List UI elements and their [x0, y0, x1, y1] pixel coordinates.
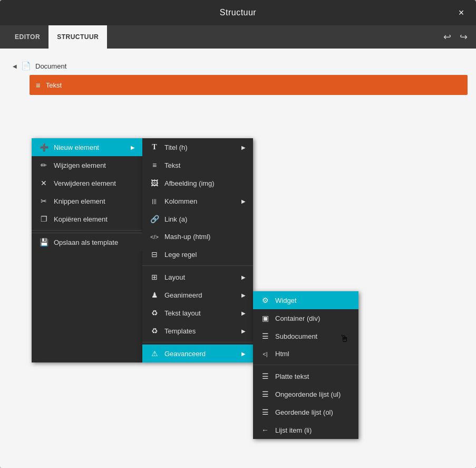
plus-icon: ➕ — [39, 143, 48, 151]
edit-element-label: Wijzigen element — [54, 161, 106, 169]
copy-element-label: Kopiëren element — [54, 215, 108, 223]
chevron-right-icon: ▶ — [241, 310, 246, 316]
link-icon: 🔗 — [150, 215, 159, 223]
toolbar-actions: ↩ ↪ — [441, 29, 470, 45]
ul-icon: ☰ — [260, 390, 270, 398]
ol-icon: ☰ — [260, 408, 270, 416]
menu-item-cut-element[interactable]: ✂ Knippen element — [32, 192, 142, 210]
menu-item-lijst-item[interactable]: ← Lijst item (li) — [253, 421, 358, 439]
animated-icon: ♟ — [150, 291, 159, 299]
main-content: ◀ 📄 Document ≡ Tekst ➕ Nieuw element ▶ — [0, 49, 476, 468]
cut-icon: ✂ — [39, 197, 48, 205]
afbeelding-label: Afbeelding (img) — [164, 179, 215, 187]
li-icon: ← — [260, 426, 270, 434]
menu-divider-3 — [142, 342, 253, 342]
menu-divider-4 — [253, 365, 358, 365]
window-title: Structuur — [220, 8, 256, 17]
chevron-right-icon: ▶ — [241, 274, 246, 280]
undo-button[interactable]: ↩ — [441, 29, 453, 45]
warning-icon: ⚠ — [150, 349, 159, 358]
container-icon: ▣ — [260, 314, 270, 322]
code-icon: </> — [150, 234, 159, 240]
menu-item-kolommen[interactable]: ⫼ Kolommen ▶ — [142, 192, 253, 210]
chevron-right-icon: ▶ — [241, 351, 246, 357]
tab-editor[interactable]: EDITOR — [6, 25, 48, 49]
menu-item-lege-regel[interactable]: ⊟ Lege regel — [142, 245, 253, 263]
context-menu-2: T Titel (h) ▶ ≡ Tekst 🖼 Afbeelding (img)… — [142, 138, 253, 362]
menu-item-titel[interactable]: T Titel (h) ▶ — [142, 138, 253, 156]
menu-divider — [32, 230, 142, 231]
geavanceerd-label: Geavanceerd — [164, 350, 206, 358]
html-icon: <| — [260, 351, 270, 357]
cut-element-label: Knippen element — [54, 197, 105, 205]
lijst-item-label: Lijst item (li) — [275, 426, 312, 434]
titel-label: Titel (h) — [164, 144, 188, 151]
menu-item-tekst-layout[interactable]: ♻ Tekst layout ▶ — [142, 304, 253, 322]
delete-icon: ✕ — [39, 179, 48, 187]
subdoc-icon: ☰ — [260, 332, 270, 340]
copy-icon: ❐ — [39, 215, 48, 223]
save-icon: 💾 — [39, 238, 48, 246]
menu-item-copy-element[interactable]: ❐ Kopiëren element — [32, 210, 142, 228]
menu-item-ongeordende-lijst[interactable]: ☰ Ongeordende lijst (ul) — [253, 385, 358, 403]
collapse-arrow[interactable]: ◀ — [13, 63, 17, 69]
templates-icon: ♻ — [150, 327, 159, 335]
tekst-layout-label: Tekst layout — [164, 309, 201, 317]
widget-label: Widget — [275, 297, 296, 304]
redo-button[interactable]: ↪ — [458, 29, 470, 45]
toolbar: EDITOR STRUCTUUR ↩ ↪ — [0, 25, 476, 49]
delete-element-label: Verwijderen element — [54, 179, 116, 187]
menu-item-mashup[interactable]: </> Mash-up (html) — [142, 228, 253, 245]
ongeordende-lijst-label: Ongeordende lijst (ul) — [275, 390, 341, 398]
menu-item-link[interactable]: 🔗 Link (a) — [142, 210, 253, 228]
chevron-right-icon: ▶ — [241, 145, 246, 150]
tab-structuur[interactable]: STRUCTUUR — [48, 25, 107, 49]
columns-icon: ⫼ — [150, 197, 159, 205]
blank-icon: ⊟ — [150, 250, 159, 259]
menu-item-layout[interactable]: ⊞ Layout ▶ — [142, 268, 253, 286]
chevron-right-icon: ▶ — [241, 328, 246, 334]
mashup-label: Mash-up (html) — [164, 233, 210, 241]
geanimeerd-label: Geanimeerd — [164, 291, 202, 299]
close-button[interactable]: × — [455, 6, 468, 19]
menu-item-edit-element[interactable]: ✏ Wijzigen element — [32, 156, 142, 174]
chevron-right-icon: ▶ — [241, 292, 246, 298]
menu-item-afbeelding[interactable]: 🖼 Afbeelding (img) — [142, 174, 253, 192]
menu-item-save-template[interactable]: 💾 Opslaan als template — [32, 233, 142, 251]
html-label: Html — [275, 350, 289, 358]
tekst-label: Tekst — [164, 161, 180, 169]
platte-tekst-label: Platte tekst — [275, 373, 309, 380]
new-element-label: Nieuw element — [54, 144, 99, 151]
menu-divider-2 — [142, 265, 253, 266]
context-menu-1: ➕ Nieuw element ▶ ✏ Wijzigen element ✕ V… — [32, 138, 142, 362]
image-icon: 🖼 — [150, 179, 159, 187]
menu-item-tekst[interactable]: ≡ Tekst — [142, 156, 253, 174]
menu-item-geanimeerd[interactable]: ♟ Geanimeerd ▶ — [142, 286, 253, 304]
menu-item-new-element[interactable]: ➕ Nieuw element ▶ — [32, 138, 142, 156]
lege-regel-label: Lege regel — [164, 251, 197, 259]
save-template-label: Opslaan als template — [54, 238, 118, 246]
menu-item-platte-tekst[interactable]: ☰ Platte tekst — [253, 367, 358, 385]
menu-item-geavanceerd[interactable]: ⚠ Geavanceerd ▶ — [142, 345, 253, 362]
layout-label: Layout — [164, 273, 185, 281]
document-label: Document — [35, 62, 66, 70]
menu-item-delete-element[interactable]: ✕ Verwijderen element — [32, 174, 142, 192]
titlebar: Structuur × — [0, 0, 476, 25]
element-bar[interactable]: ≡ Tekst — [30, 75, 468, 95]
plaintext-icon: ☰ — [260, 372, 270, 380]
element-bar-label: Tekst — [46, 81, 62, 89]
menu-item-html[interactable]: <| Html — [253, 345, 358, 362]
menu-item-container[interactable]: ▣ Container (div) — [253, 309, 358, 327]
container-label: Container (div) — [275, 314, 320, 322]
context-menu-wrapper: ➕ Nieuw element ▶ ✏ Wijzigen element ✕ V… — [32, 138, 253, 362]
textlayout-icon: ♻ — [150, 309, 159, 317]
geordende-lijst-label: Geordende lijst (ol) — [275, 408, 333, 416]
chevron-right-icon: ▶ — [131, 145, 135, 150]
document-icon: 📄 — [21, 61, 31, 71]
kolommen-label: Kolommen — [164, 197, 197, 205]
menu-item-templates[interactable]: ♻ Templates ▶ — [142, 322, 253, 340]
menu-item-geordende-lijst[interactable]: ☰ Geordende lijst (ol) — [253, 403, 358, 421]
chevron-right-icon: ▶ — [241, 198, 246, 204]
menu-item-widget[interactable]: ⚙ Widget — [253, 291, 358, 309]
menu-item-subdocument[interactable]: ☰ Subdocument — [253, 327, 358, 345]
